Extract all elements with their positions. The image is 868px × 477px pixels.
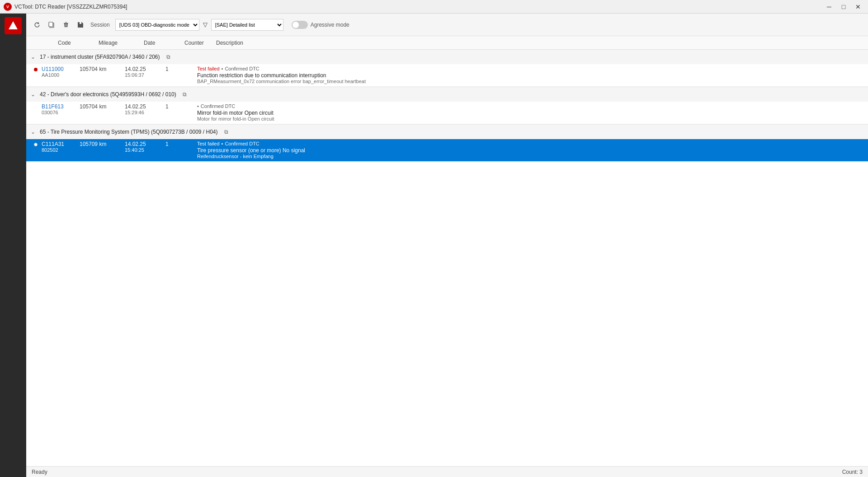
app-body: Session [UDS 03] OBD-diagnostic mode ▽ [… (0, 14, 868, 477)
dtc-code-1-1: U111000 (42, 66, 80, 72)
desc-main-3-1: Tire pressure sensor (one or more) No si… (197, 147, 863, 154)
dtc-indicator-1-1 (33, 66, 39, 71)
dtc-indicator-2-1 (33, 103, 39, 104)
group-header-3[interactable]: ⌄ 65 - Tire Pressure Monitoring System (… (26, 125, 868, 139)
session-label: Session (90, 22, 110, 28)
dtc-desc-3-1: Test failed • Confirmed DTC Tire pressur… (197, 141, 863, 159)
minimize-button[interactable]: ─ (823, 2, 835, 11)
group-title-1: 17 - instrument cluster (5FA920790A / 34… (40, 54, 160, 60)
desc-sub-2-1: Motor for mirror fold-in Open circuit (197, 116, 863, 122)
desc-sub-3-1: Reifendrucksensor - kein Empfang (197, 154, 863, 159)
chevron-icon-1: ⌄ (31, 54, 37, 60)
col-header-counter: Counter (184, 40, 216, 46)
group-title-3: 65 - Tire Pressure Monitoring System (TP… (40, 129, 218, 135)
group-header-1[interactable]: ⌄ 17 - instrument cluster (5FA920790A / … (26, 50, 868, 64)
group-header-2[interactable]: ⌄ 42 - Driver's door electronics (5Q4959… (26, 87, 868, 102)
toolbar-icons (31, 19, 87, 31)
dtc-time-3-1: 15:40:25 (125, 147, 165, 153)
desc-main-1-1: Function restriction due to communicatio… (197, 72, 863, 79)
dtc-mileage-2-1: 105704 km (80, 103, 125, 110)
status-confirmed-1-1: Confirmed DTC (225, 66, 259, 71)
dtc-date-2-1: 14.02.25 15:29:46 (125, 103, 165, 115)
dtc-date-3-1: 14.02.25 15:40:25 (125, 141, 165, 153)
dtc-date-main-2-1: 14.02.25 (125, 103, 165, 110)
indicator-dot-3-1 (34, 143, 38, 146)
col-header-mileage: Mileage (99, 40, 144, 46)
close-button[interactable]: ✕ (852, 2, 864, 11)
status-dot-3-1: • (222, 141, 223, 146)
dtc-code-col-3-1: C111A31 802502 (42, 141, 80, 153)
detail-select[interactable]: [SAE] Detailed list (211, 19, 283, 31)
dtc-status-line-3-1: Test failed • Confirmed DTC (197, 141, 863, 146)
dtc-code-col-2-1: B11F613 030076 (42, 103, 80, 115)
dtc-mileage-1-1: 105704 km (80, 66, 125, 72)
dtc-counter-2-1: 1 (165, 103, 197, 110)
dtc-subcode-1-1: AA1000 (42, 72, 80, 78)
col-header-date: Date (144, 40, 184, 46)
dtc-status-line-2-1: • Confirmed DTC (197, 103, 863, 109)
dtc-desc-2-1: • Confirmed DTC Mirror fold-in motor Ope… (197, 103, 863, 122)
dtc-date-main-1-1: 14.02.25 (125, 66, 165, 72)
dtc-mileage-3-1: 105709 km (80, 141, 125, 147)
desc-sub-1-1: BAP_RMeasurment_0x72 communication error… (197, 79, 863, 84)
dtc-time-2-1: 15:29:46 (125, 110, 165, 115)
window-title: VCTool: DTC Reader [VSSZZZKLZMR075394] (14, 4, 127, 10)
status-count: Count: 3 (842, 469, 863, 475)
title-bar-controls: ─ □ ✕ (823, 2, 864, 11)
title-bar: V VCTool: DTC Reader [VSSZZZKLZMR075394]… (0, 0, 868, 14)
column-headers: Code Mileage Date Counter Description (26, 36, 868, 50)
dtc-code-col-1-1: U111000 AA1000 (42, 66, 80, 78)
dtc-time-1-1: 15:06:37 (125, 72, 165, 78)
group-copy-icon-3[interactable]: ⧉ (224, 129, 228, 135)
group-copy-icon-2[interactable]: ⧉ (183, 91, 187, 98)
group-section-2: ⌄ 42 - Driver's door electronics (5Q4959… (26, 87, 868, 125)
col-header-code: Code (58, 40, 99, 46)
dtc-row-1-1[interactable]: U111000 AA1000 105704 km 14.02.25 15:06:… (26, 64, 868, 87)
toolbar: Session [UDS 03] OBD-diagnostic mode ▽ [… (26, 14, 868, 36)
delete-button[interactable] (60, 19, 72, 31)
dtc-status-line-1-1: Test failed • Confirmed DTC (197, 66, 863, 71)
toggle-switch[interactable] (292, 21, 308, 29)
dtc-indicator-3-1 (33, 141, 39, 146)
status-dot-1-1: • (222, 66, 223, 71)
session-select[interactable]: [UDS 03] OBD-diagnostic mode (115, 19, 199, 31)
main-content: ⌄ 17 - instrument cluster (5FA920790A / … (26, 50, 868, 466)
status-confirmed-2-1: Confirmed DTC (201, 103, 235, 109)
refresh-button[interactable] (31, 19, 43, 31)
group-copy-icon-1[interactable]: ⧉ (166, 54, 170, 60)
content-area: Session [UDS 03] OBD-diagnostic mode ▽ [… (26, 14, 868, 477)
col-header-description: Description (216, 40, 863, 46)
aggressive-mode-toggle[interactable]: Agressive mode (292, 21, 349, 29)
dtc-code-2-1: B11F613 (42, 103, 80, 110)
group-section-3: ⌄ 65 - Tire Pressure Monitoring System (… (26, 125, 868, 162)
chevron-icon-2: ⌄ (31, 91, 37, 98)
dtc-desc-1-1: Test failed • Confirmed DTC Function res… (197, 66, 863, 84)
group-title-2: 42 - Driver's door electronics (5Q495959… (40, 91, 176, 98)
toggle-knob (292, 22, 299, 28)
copy-button[interactable] (45, 19, 58, 31)
group-section-1: ⌄ 17 - instrument cluster (5FA920790A / … (26, 50, 868, 87)
dtc-date-main-3-1: 14.02.25 (125, 141, 165, 147)
dtc-counter-3-1: 1 (165, 141, 197, 147)
status-test-failed-3-1: Test failed (197, 141, 220, 146)
save-button[interactable] (74, 19, 87, 31)
aggressive-mode-label: Agressive mode (311, 22, 349, 28)
sidebar (0, 14, 26, 477)
chevron-icon-3: ⌄ (31, 129, 37, 135)
dtc-code-3-1: C111A31 (42, 141, 80, 147)
dtc-row-2-1[interactable]: B11F613 030076 105704 km 14.02.25 15:29:… (26, 102, 868, 124)
status-confirmed-3-1: Confirmed DTC (225, 141, 259, 146)
dtc-row-3-1[interactable]: C111A31 802502 105709 km 14.02.25 15:40:… (26, 139, 868, 162)
status-bar: Ready Count: 3 (26, 466, 868, 477)
maximize-button[interactable]: □ (837, 2, 850, 11)
title-bar-left: V VCTool: DTC Reader [VSSZZZKLZMR075394] (4, 3, 127, 11)
filter-icon: ▽ (203, 21, 208, 28)
app-logo: V (4, 3, 12, 11)
svg-rect-1 (49, 22, 53, 27)
sidebar-logo (5, 17, 22, 34)
dtc-counter-1-1: 1 (165, 66, 197, 72)
status-ready: Ready (32, 469, 47, 475)
status-test-failed-1-1: Test failed (197, 66, 220, 71)
desc-main-2-1: Mirror fold-in motor Open circuit (197, 110, 863, 116)
dtc-subcode-3-1: 802502 (42, 147, 80, 153)
